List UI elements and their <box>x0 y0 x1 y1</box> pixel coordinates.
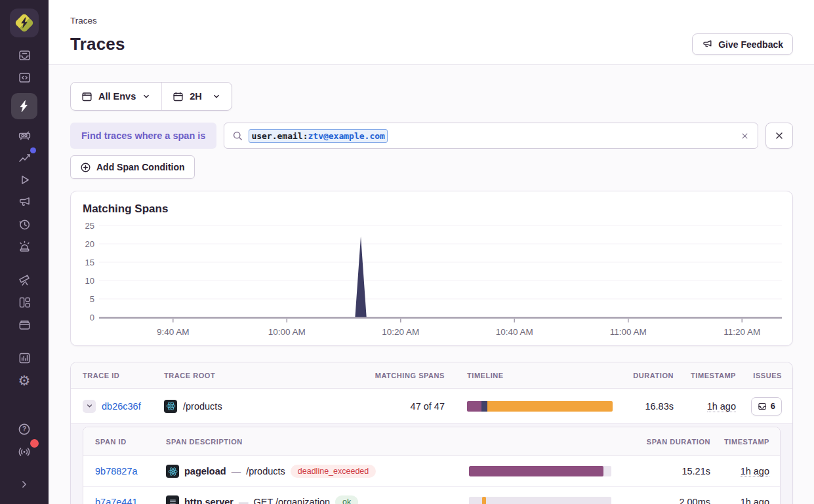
time-range-label: 2H <box>190 91 202 102</box>
chart-title: Matching Spans <box>71 203 792 216</box>
span-table: SPAN ID SPAN DESCRIPTION SPAN DURATION T… <box>83 427 781 504</box>
matching-spans-panel: Matching Spans 05101520259:40 AM10:00 AM… <box>70 191 793 346</box>
col-span-id: SPAN ID <box>83 438 166 446</box>
sidebar-item-replays[interactable] <box>11 168 37 191</box>
logo-icon <box>13 12 35 34</box>
sidebar-item-help[interactable]: ? <box>11 418 37 440</box>
sidebar-item-discover[interactable] <box>11 269 37 291</box>
breadcrumb[interactable]: Traces <box>70 16 793 26</box>
span-op: http.server <box>184 497 234 504</box>
matching-spans-chart[interactable]: 05101520259:40 AM10:00 AM10:20 AM10:40 A… <box>71 217 792 343</box>
traces-table: TRACE ID TRACE ROOT MATCHING SPANS TIMEL… <box>70 362 793 504</box>
react-platform-icon <box>164 400 177 413</box>
projector-icon <box>18 128 31 142</box>
close-x-icon <box>774 130 784 141</box>
trace-id-link[interactable]: db26c36f <box>102 401 141 412</box>
page-filter-bar: All Envs 2H <box>70 82 232 111</box>
trace-timeline-bar <box>467 401 613 412</box>
trace-row: db26c36f /products 47 of 47 16.83s 1h ag… <box>71 389 792 423</box>
matching-spans-value: 47 of 47 <box>337 401 445 412</box>
expanded-trace-section: SPAN ID SPAN DESCRIPTION SPAN DURATION T… <box>71 423 792 504</box>
trace-issues-count: 6 <box>771 401 775 411</box>
clear-x-icon <box>740 131 750 141</box>
span-duration-fill <box>482 497 486 504</box>
span-duration: 15.21s <box>611 466 710 476</box>
page-title: Traces <box>70 34 125 54</box>
lightning-icon <box>17 99 31 113</box>
span-row: 9b78827a pageload — /products deadline_e… <box>83 456 780 486</box>
sidebar-item-stats[interactable] <box>11 347 37 369</box>
span-timestamp[interactable]: 1h ago <box>741 497 769 504</box>
trace-root-label: /products <box>183 401 222 412</box>
svg-text:5: 5 <box>90 294 94 304</box>
span-condition-label: Find traces where a span is <box>70 123 216 149</box>
sidebar-item-alerts[interactable] <box>11 235 37 258</box>
clear-search-button[interactable] <box>740 131 750 141</box>
search-token[interactable]: user.email:ztv@example.com <box>249 129 388 143</box>
col-span-duration: SPAN DURATION <box>611 438 710 446</box>
give-feedback-button[interactable]: Give Feedback <box>692 33 793 55</box>
span-row: b7a7e441 http.server — GET /organization… <box>83 486 780 504</box>
sidebar-item-issues[interactable] <box>11 44 37 66</box>
window-icon <box>81 91 92 102</box>
svg-text:20: 20 <box>85 239 94 249</box>
svg-text:25: 25 <box>85 221 94 231</box>
span-search-input[interactable]: user.email:ztv@example.com <box>224 123 758 149</box>
calendar-icon <box>173 91 184 102</box>
span-op: pageload <box>184 466 226 476</box>
time-range-filter[interactable]: 2H <box>162 83 232 110</box>
span-id-link[interactable]: b7a7e441 <box>95 497 138 504</box>
span-status-badge: deadline_exceeded <box>291 465 376 478</box>
svg-text:11:00 AM: 11:00 AM <box>610 327 647 337</box>
plus-circle-icon <box>80 162 91 173</box>
span-description: GET /organization <box>253 497 330 504</box>
col-matching-spans: MATCHING SPANS <box>337 372 445 379</box>
span-timestamp[interactable]: 1h ago <box>741 466 769 477</box>
environment-filter-label: All Envs <box>98 91 136 102</box>
svg-text:10: 10 <box>85 276 94 286</box>
collapse-trace-button[interactable] <box>83 400 96 413</box>
span-status-badge: ok <box>335 495 358 504</box>
svg-text:10:20 AM: 10:20 AM <box>382 327 419 337</box>
svg-text:0: 0 <box>90 313 94 322</box>
server-platform-icon <box>166 495 179 504</box>
sidebar-item-whats-new[interactable] <box>11 440 37 463</box>
trace-timestamp[interactable]: 1h ago <box>707 401 736 412</box>
megaphone-icon <box>18 195 31 209</box>
add-span-condition-label: Add Span Condition <box>96 162 185 172</box>
search-token-key: user.email: <box>251 131 308 141</box>
sidebar-item-explore[interactable] <box>11 66 37 88</box>
span-id-link[interactable]: 9b78827a <box>95 466 138 476</box>
app-logo[interactable] <box>10 9 39 37</box>
bar-stats-icon <box>18 351 31 365</box>
sidebar-item-user-feedback[interactable] <box>11 191 37 213</box>
gear-icon: ⚙ <box>18 374 31 387</box>
sidebar-item-archive[interactable] <box>11 313 37 336</box>
add-span-condition-button[interactable]: Add Span Condition <box>70 155 195 179</box>
remove-condition-button[interactable] <box>765 123 793 149</box>
sidebar: ⚙ ? <box>0 0 49 504</box>
sidebar-item-traces[interactable] <box>11 93 37 119</box>
telescope-icon <box>18 273 31 287</box>
sidebar-item-releases[interactable] <box>11 213 37 235</box>
separator: — <box>232 466 241 476</box>
sidebar-item-projects[interactable] <box>11 124 37 146</box>
col-trace-root: TRACE ROOT <box>164 372 337 379</box>
issues-icon <box>18 48 31 62</box>
sidebar-item-settings[interactable]: ⚙ <box>11 369 37 391</box>
col-span-timestamp: TIMESTAMP <box>710 438 781 446</box>
sidebar-item-insights[interactable] <box>11 146 37 168</box>
history-clock-icon <box>18 218 31 231</box>
sidebar-item-dashboards[interactable] <box>11 291 37 313</box>
trend-chart-icon <box>18 151 31 165</box>
col-trace-id: TRACE ID <box>71 372 164 379</box>
span-duration: 2.00ms <box>611 497 710 504</box>
trace-issues-button[interactable]: 6 <box>751 397 782 416</box>
page-header: Traces Traces Give Feedback <box>49 0 814 65</box>
separator: — <box>239 497 249 504</box>
sidebar-collapse-button[interactable] <box>11 473 37 495</box>
col-duration: DURATION <box>613 372 674 379</box>
trace-duration: 16.83s <box>613 401 674 412</box>
col-issues: ISSUES <box>736 372 793 379</box>
environment-filter[interactable]: All Envs <box>71 83 161 110</box>
